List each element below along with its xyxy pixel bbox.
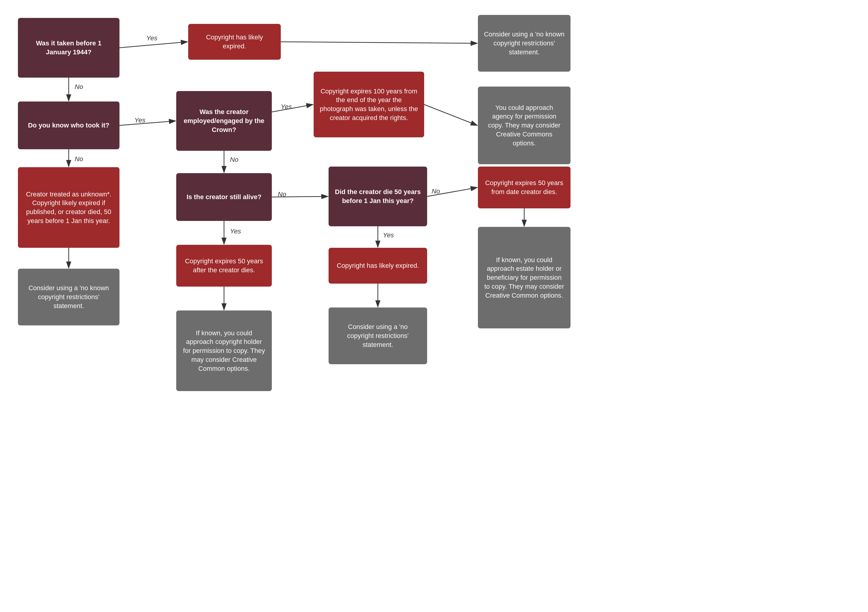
- node-gray5: Consider using a 'no copyright restricti…: [329, 308, 427, 364]
- node-q4: Is the creator still alive?: [176, 173, 272, 221]
- label-no4: No: [278, 190, 286, 198]
- label-yes4: Yes: [230, 227, 241, 235]
- node-crown-yes: Copyright expires 100 years from the end…: [314, 72, 424, 138]
- label-yes3: Yes: [281, 103, 292, 111]
- label-no1: No: [75, 83, 83, 91]
- node-q3: Was the creator employed/engaged by the …: [176, 91, 272, 151]
- label-no3: No: [230, 156, 238, 164]
- label-no5: No: [432, 187, 440, 195]
- svg-line-8: [424, 105, 477, 125]
- node-gray6: If known, you could approach estate hold…: [478, 227, 570, 328]
- node-gray1: Consider using a 'no known copyright res…: [478, 15, 570, 72]
- node-gray4: If known, you could approach copyright h…: [176, 311, 272, 391]
- node-q1: Was it taken before 1 January 1944?: [18, 18, 119, 77]
- node-expired1: Copyright has likely expired.: [188, 24, 281, 60]
- svg-line-1: [119, 42, 188, 48]
- svg-line-4: [119, 121, 176, 125]
- node-gray3: Consider using a 'no known copyright res…: [18, 269, 119, 325]
- node-expired2: Copyright has likely expired.: [329, 248, 427, 284]
- node-q2: Do you know who took it?: [18, 102, 119, 149]
- node-expires50-creator: Copyright expires 50 years after the cre…: [176, 245, 272, 287]
- svg-line-3: [281, 42, 477, 43]
- label-yes1: Yes: [146, 34, 157, 42]
- node-gray2: You could approach agency for permission…: [478, 87, 570, 164]
- label-yes2: Yes: [135, 116, 146, 124]
- svg-line-6: [272, 105, 313, 112]
- node-q5: Did the creator die 50 years before 1 Ja…: [329, 167, 427, 226]
- node-expires50-death: Copyright expires 50 years from date cre…: [478, 167, 570, 209]
- label-yes5: Yes: [383, 231, 394, 239]
- flowchart: Yes No Yes No Yes No No Yes Yes No Was i…: [0, 0, 868, 612]
- node-unknown: Creator treated as unknown*. Copyright l…: [18, 167, 119, 248]
- arrows-svg: [0, 0, 868, 612]
- label-no2: No: [75, 155, 83, 163]
